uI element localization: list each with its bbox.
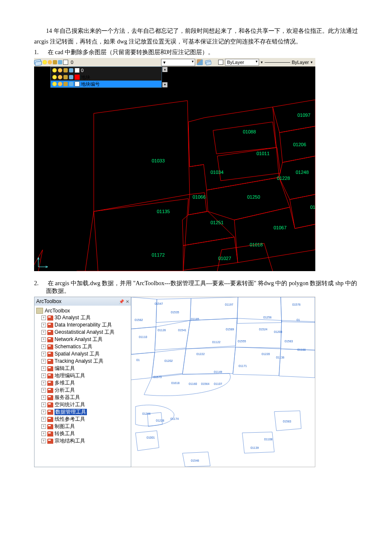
expand-icon[interactable]: + — [41, 381, 46, 385]
lock-icon[interactable] — [53, 60, 57, 64]
expand-icon[interactable]: + — [41, 395, 46, 400]
toolbox-icon — [47, 337, 53, 342]
toolbox-icon — [47, 431, 53, 436]
dropdown-caret-icon[interactable]: ▾ — [261, 60, 263, 64]
toolbox-node[interactable]: +编辑工具 — [35, 365, 130, 372]
toolbox-node[interactable]: +转换工具 — [35, 430, 130, 437]
parcel-label: 01033 — [152, 158, 165, 163]
parcel-label: 01107 — [214, 382, 222, 385]
expand-icon[interactable]: + — [41, 388, 46, 393]
bylayer-color-dropdown[interactable]: ByLayer — [225, 59, 259, 66]
toolbox-node[interactable]: +空间统计工具 — [35, 401, 130, 408]
toolbox-node-label: 转换工具 — [55, 431, 75, 437]
parcel-label: 01228 — [277, 176, 290, 181]
toolbox-icon — [47, 373, 53, 379]
toolbox-icon — [47, 315, 53, 321]
toolbox-node-label: 制图工具 — [55, 423, 75, 430]
expand-icon[interactable]: + — [41, 417, 46, 422]
parcel-label: 01589 — [226, 328, 234, 331]
expand-icon[interactable]: + — [41, 337, 46, 342]
bylayer-linetype-label: ByLayer — [292, 60, 309, 65]
toolbox-node[interactable]: +Geostatistical Analyst 工具 — [35, 329, 130, 336]
arcgis-map-view[interactable]: 0154701197015760153501256015820118501011… — [131, 297, 315, 467]
arcgis-map-svg — [131, 297, 315, 467]
close-icon[interactable]: ✕ — [126, 299, 129, 304]
parcel-label: 01248 — [296, 170, 309, 175]
expand-icon[interactable]: + — [41, 352, 46, 356]
parcel-label: 01266 — [142, 412, 150, 415]
toolbox-icon — [47, 424, 53, 429]
toolbox-node[interactable]: +Schematics 工具 — [35, 343, 130, 350]
parcel-label: 01206 — [293, 142, 306, 147]
ucs-icon — [37, 256, 49, 269]
toolbox-node[interactable]: +Tracking Analyst 工具 — [35, 358, 130, 365]
parcel-label: 01618 — [171, 382, 179, 384]
toolbox-node[interactable]: +地理编码工具 — [35, 372, 130, 379]
expand-icon[interactable]: + — [41, 431, 46, 436]
color-swatch[interactable] — [63, 60, 68, 65]
arctoolbox-root[interactable]: ArcToolbox — [35, 307, 130, 314]
layer-dropdown[interactable]: ▾ — [161, 59, 195, 66]
expand-icon[interactable]: + — [41, 373, 46, 378]
arcgis-screenshot: ArcToolbox 📌 ✕ ArcToolbox +3D Analyst 工具… — [34, 297, 315, 467]
expand-icon[interactable]: + — [41, 344, 46, 349]
brush-icon[interactable] — [197, 59, 203, 65]
toolbox-node[interactable]: +3D Analyst 工具 — [35, 314, 130, 321]
parcel-label: 01541 — [178, 329, 186, 332]
cad-screenshot: 0 ▾ ByLayer ▾ ByLayer ▾ ▴ ▾ 0地块地块编号 — [34, 58, 315, 271]
parcel-label: 01197 — [225, 303, 233, 306]
toolbox-node[interactable]: +线性参考工具 — [35, 416, 130, 423]
expand-icon[interactable]: + — [41, 439, 46, 443]
parcel-label: 01555 — [238, 340, 246, 343]
toolbox-icon — [47, 417, 53, 422]
toolbox-node-label: 宗地结构工具 — [55, 438, 85, 444]
parcel-label: 01564 — [201, 382, 209, 385]
parcel-label: 01172 — [152, 252, 165, 257]
toolbox-node-label: 分析工具 — [55, 387, 75, 393]
toolbox-node-label: Schematics 工具 — [55, 344, 92, 350]
toolbox-node-label: 编辑工具 — [55, 365, 75, 372]
step-1: 1. 在 cad 中删除多余图层（只留需要转换图层和对应注记图层）。 — [34, 49, 358, 56]
parcel-label: 01251 — [210, 220, 224, 225]
parcel-label: 01185 — [191, 318, 199, 321]
expand-icon[interactable]: + — [41, 366, 46, 371]
toolbox-node[interactable]: +宗地结构工具 — [35, 437, 130, 445]
toolbox-node[interactable]: +多维工具 — [35, 379, 130, 387]
toolbox-icon — [47, 330, 53, 335]
toolbox-node[interactable]: +分析工具 — [35, 387, 130, 394]
toolbox-node[interactable]: +数据管理工具 — [35, 408, 130, 416]
layers-icon2[interactable] — [205, 60, 210, 65]
sun-icon[interactable] — [48, 60, 52, 64]
toolbox-icon — [47, 366, 53, 371]
layers-icon[interactable] — [34, 59, 41, 65]
step-1-num: 1. — [34, 49, 46, 56]
arctoolbox-tree[interactable]: ArcToolbox +3D Analyst 工具+Data Interoper… — [35, 306, 131, 467]
toolbox-root-icon — [36, 308, 43, 314]
expand-icon[interactable]: + — [41, 359, 46, 364]
toolbox-node[interactable]: +服务器工具 — [35, 394, 130, 401]
expand-icon[interactable]: + — [41, 402, 46, 407]
freeze-icon[interactable] — [58, 60, 62, 64]
toolbox-node[interactable]: +Network Analyst 工具 — [35, 336, 130, 343]
toolbox-node[interactable]: +Spatial Analyst 工具 — [35, 350, 130, 358]
dropdown-caret-icon-2[interactable]: ▾ — [311, 60, 313, 64]
arctoolbox-title: ArcToolbox — [36, 298, 61, 304]
parcel-label: 01139 — [251, 446, 259, 449]
expand-icon[interactable]: + — [41, 323, 46, 327]
color-swatch-2[interactable] — [218, 60, 223, 65]
toolbox-icon — [47, 381, 53, 386]
expand-icon[interactable]: + — [41, 410, 46, 414]
toolbox-node-label: Tracking Analyst 工具 — [55, 358, 104, 364]
parcel-label: 01088 — [243, 129, 256, 134]
expand-icon[interactable]: + — [41, 424, 46, 429]
toolbox-node[interactable]: +Data Interoperability 工具 — [35, 321, 130, 329]
pin-icon[interactable]: 📌 — [119, 299, 124, 304]
toolbox-node[interactable]: +制图工具 — [35, 423, 130, 430]
expand-icon[interactable]: + — [41, 315, 46, 320]
toolbox-icon — [47, 439, 53, 444]
bulb-icon[interactable] — [43, 60, 47, 64]
toolbox-icon — [47, 395, 53, 400]
expand-icon[interactable]: + — [41, 330, 46, 335]
parcel-label: 01122 — [212, 341, 220, 344]
parcel-label: 01171 — [239, 364, 247, 367]
